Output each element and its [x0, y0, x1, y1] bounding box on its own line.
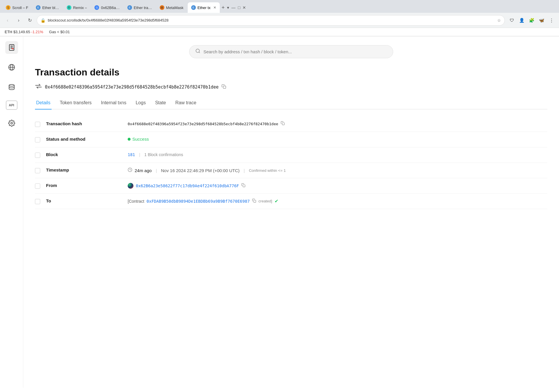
- search-input[interactable]: [203, 49, 387, 54]
- close-window-button[interactable]: ✕: [242, 5, 246, 10]
- svg-rect-13: [282, 123, 284, 125]
- tab-actions: + ▾ — □ ✕: [222, 5, 246, 11]
- address-bar[interactable]: 🔒 blockscout.scrollsdk/tx/0x4f6688e02f48…: [37, 15, 505, 26]
- contract-prefix: [Contract: [128, 199, 144, 204]
- confirmed-within-text: Confirmed within <= 1: [249, 168, 286, 173]
- forward-button[interactable]: ›: [15, 16, 23, 24]
- checkbox-from[interactable]: [35, 183, 40, 189]
- tab-ether-tx[interactable]: E Ether tx ✕: [188, 2, 220, 13]
- tab-ether-bl[interactable]: E Ether bl…: [32, 2, 63, 13]
- maximize-button[interactable]: □: [238, 5, 240, 10]
- checkbox-timestamp[interactable]: [35, 168, 40, 173]
- copy-tx-hash-button[interactable]: [281, 121, 285, 126]
- label-block: Block: [46, 152, 122, 157]
- checkbox-status[interactable]: [35, 137, 40, 142]
- search-container[interactable]: [189, 45, 393, 58]
- svg-rect-12: [223, 86, 226, 89]
- extensions-icon[interactable]: 🛡: [508, 16, 516, 24]
- tab-label-metamask: MetaMask: [166, 6, 184, 10]
- gas-value: < $0.01: [57, 30, 70, 34]
- gas-price-display: Gas < $0.01: [49, 30, 70, 34]
- api-label: API: [9, 103, 14, 107]
- tab-label-scroll: Scroll – F: [12, 6, 28, 10]
- profile-icon[interactable]: 👤: [518, 16, 526, 24]
- checkbox-tx-hash[interactable]: [35, 122, 40, 127]
- gas-label: Gas: [49, 30, 56, 34]
- minimize-button[interactable]: —: [231, 5, 235, 10]
- new-tab-button[interactable]: +: [222, 5, 225, 11]
- copy-from-button[interactable]: [241, 183, 245, 188]
- block-separator: |: [139, 152, 140, 157]
- sidebar-icon-database[interactable]: [5, 81, 18, 93]
- sidebar-icon-globe[interactable]: [5, 61, 18, 74]
- from-address-link[interactable]: 0x62B6a23e58622f77c17db9Ae4f224f610dbA77…: [136, 183, 239, 188]
- tab-metamask[interactable]: M MetaMask: [156, 2, 187, 13]
- block-number-link[interactable]: 181: [128, 152, 135, 157]
- value-from: 0x62B6a23e58622f77c17db9Ae4f224f610dbA77…: [128, 183, 547, 189]
- status-text: Success: [132, 137, 149, 142]
- detail-row-tx-hash: Transaction hash 0x4f6688e02f48396a5954f…: [35, 116, 547, 132]
- tx-hash-value: 0x4f6688e02f48396a5954f23e73e298d5f68452…: [128, 122, 278, 126]
- tab-bar: S Scroll – F E Ether bl… R Remix – G 0x6…: [0, 0, 559, 13]
- tab-label-remix: Remix –: [73, 6, 87, 10]
- svg-point-10: [196, 49, 199, 52]
- eth-change: -1.21%: [31, 30, 43, 34]
- eth-bar: ETH $3,149.65 -1.21% Gas < $0.01: [0, 28, 559, 36]
- checkbox-to[interactable]: [35, 199, 40, 204]
- menu-icon[interactable]: ⋮: [547, 16, 556, 24]
- label-timestamp: Timestamp: [46, 167, 122, 172]
- bookmark-icon[interactable]: ☆: [497, 18, 501, 23]
- svg-rect-16: [254, 200, 256, 202]
- contract-created-text: created]: [259, 199, 272, 203]
- timestamp-separator: |: [156, 168, 157, 173]
- detail-row-block: Block 181 | 1 Block confirmations: [35, 147, 547, 163]
- tab-label-ether-tr: Ether tra…: [134, 6, 152, 10]
- tab-remix[interactable]: R Remix –: [63, 2, 91, 13]
- tab-icon-scroll: S: [6, 5, 10, 10]
- butterfly-icon[interactable]: 🦋: [537, 16, 546, 24]
- sidebar-icon-document[interactable]: [5, 41, 18, 54]
- copy-to-button[interactable]: [252, 199, 256, 204]
- tab-internal-txns[interactable]: Internal txns: [100, 97, 127, 110]
- tab-scroll[interactable]: S Scroll – F: [2, 2, 32, 13]
- tab-close-icon[interactable]: ✕: [213, 6, 216, 10]
- tab-token-transfers[interactable]: Token transfers: [59, 97, 93, 110]
- sidebar-icon-api[interactable]: API: [6, 100, 17, 110]
- detail-row-to: To [Contract 0xFDAB9B50dbB9894De1EBDBb69…: [35, 194, 547, 209]
- tab-details[interactable]: Details: [35, 97, 52, 110]
- reload-button[interactable]: ↻: [26, 16, 34, 24]
- tab-google[interactable]: G 0x62B6a…: [91, 2, 123, 13]
- verified-check-icon: ✔: [275, 198, 278, 204]
- copy-hash-button[interactable]: [222, 84, 226, 90]
- tab-raw-trace[interactable]: Raw trace: [174, 97, 198, 110]
- value-status: Success: [128, 137, 547, 142]
- eth-price: $3,149.65: [13, 30, 30, 34]
- extension-puzzle-icon[interactable]: 🧩: [528, 16, 536, 24]
- from-avatar: [128, 183, 133, 189]
- tab-logs[interactable]: Logs: [134, 97, 147, 110]
- tab-list-button[interactable]: ▾: [227, 5, 229, 10]
- tab-icon-ether-tx: E: [191, 5, 196, 10]
- value-block: 181 | 1 Block confirmations: [128, 152, 547, 157]
- tab-label-google: 0x62B6a…: [101, 6, 119, 10]
- clock-icon: [128, 167, 132, 173]
- tab-ether-tr[interactable]: E Ether tra…: [124, 2, 156, 13]
- tab-state[interactable]: State: [154, 97, 167, 110]
- tab-icon-ether-tr: E: [127, 5, 132, 10]
- to-address-link[interactable]: 0xFDAB9B50dbB9894De1EBDBb69a9B9Bf7670E69…: [147, 199, 250, 204]
- detail-row-timestamp: Timestamp 24m ago | Nov 16 2024 22:46:29…: [35, 163, 547, 178]
- search-icon: [195, 48, 201, 55]
- block-confirmations: 1 Block confirmations: [144, 152, 183, 157]
- svg-point-9: [11, 122, 13, 124]
- content-area: Transaction details 0x4f6688e02f48396a59…: [23, 36, 559, 388]
- eth-price-display: ETH $3,149.65 -1.21%: [5, 30, 43, 34]
- detail-row-from: From 0x62B6a23e58622f77c17db9Ae4f224f610…: [35, 178, 547, 194]
- checkbox-block[interactable]: [35, 153, 40, 158]
- label-from: From: [46, 183, 122, 188]
- timestamp-full-text: Nov 16 2024 22:46:29 PM (+00:00 UTC): [161, 168, 240, 173]
- status-dot-icon: [128, 138, 131, 141]
- sidebar-icon-settings[interactable]: [5, 117, 18, 130]
- tab-icon-ether-bl: E: [36, 5, 41, 10]
- svg-point-8: [9, 84, 14, 86]
- back-button[interactable]: ‹: [3, 16, 12, 24]
